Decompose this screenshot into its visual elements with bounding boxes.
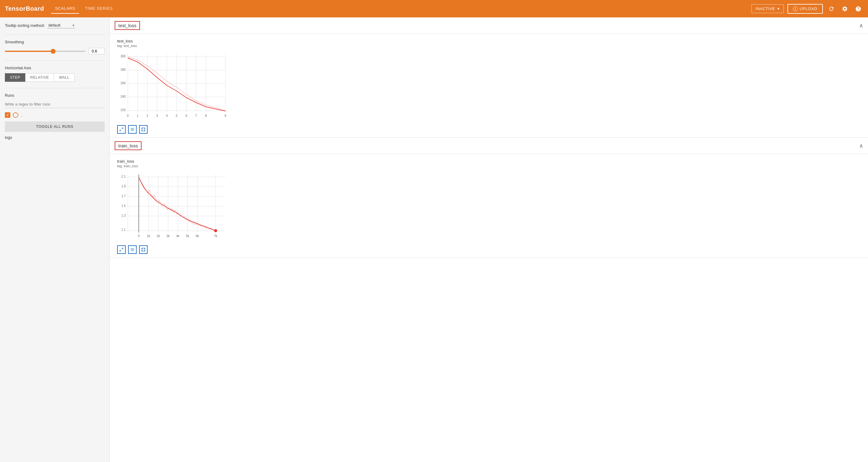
ty-label-19: 1.9 [121,184,126,188]
y-label-260: 260 [121,82,126,85]
tx-label-7k: 7k [214,234,218,238]
tooltip-label: Tooltip sorting method: [5,23,45,28]
axis-buttons: STEP RELATIVE WALL [5,73,104,82]
info-circle-icon: i [793,6,798,11]
runs-filter-input[interactable] [5,101,104,108]
app-header: TensorBoard SCALARS TIME SERIES INACTIVE… [0,0,868,18]
tx-label-4k: 4k [176,234,180,238]
test-loss-title: test_loss [115,21,140,30]
refresh-button[interactable] [827,4,836,14]
svg-rect-10 [131,251,134,251]
test-loss-svg: 300 280 260 240 220 [117,51,233,121]
runs-section: Runs . TOGGLE ALL RUNS logs [5,93,104,140]
train-loss-toolbar [117,244,861,255]
test-loss-toolbar [117,124,861,135]
train-loss-main-line [139,178,216,231]
train-loss-header: train_loss ∧ [110,138,868,154]
ty-label-13: 1.3 [121,214,126,217]
inactive-dropdown[interactable]: INACTIVE ▾ [751,4,783,13]
x-label-7: 7 [195,114,197,117]
train-loss-menu-button[interactable] [128,246,136,254]
nav-time-series[interactable]: TIME SERIES [82,4,117,14]
train-loss-endpoint [214,229,217,232]
main-nav: SCALARS TIME SERIES [51,4,116,14]
tx-label-6k: 6k [196,234,199,238]
smoothing-section: Smoothing [5,40,104,54]
runs-radio[interactable] [13,112,18,118]
smoothing-thumb[interactable] [51,49,56,54]
test-loss-menu-button[interactable] [128,125,136,134]
svg-rect-3 [131,129,134,129]
test-loss-body: test_loss tag: test_loss 300 280 260 240… [110,34,868,137]
train-loss-collapse-button[interactable]: ∧ [859,143,863,149]
train-loss-tag: tag: train_loss [117,164,861,168]
logs-label: logs [5,135,12,140]
x-label-2: 2 [146,114,148,117]
ty-label-11: 1.1 [121,228,126,231]
test-loss-zoom-fit-button[interactable] [139,125,148,134]
train-loss-raw-line [139,177,216,231]
test-loss-chart-area: 300 280 260 240 220 [117,51,233,121]
header-right: INACTIVE ▾ i UPLOAD [751,4,863,14]
svg-rect-4 [131,130,134,131]
upload-label: UPLOAD [800,6,817,11]
x-label-6: 6 [185,114,187,117]
tx-label-1k: 1k [147,234,151,238]
train-loss-zoom-fit-button[interactable] [139,246,148,254]
test-loss-expand-button[interactable] [117,125,126,134]
smoothing-slider-container [5,51,85,52]
horizontal-axis-label: Horizontal Axis [5,66,104,70]
tx-label-3k: 3k [166,234,170,238]
axis-relative-button[interactable]: RELATIVE [25,73,54,82]
main-content: test_loss ∧ test_loss tag: test_loss 300… [110,18,868,462]
app-body: Tooltip sorting method: default descendi… [0,18,868,462]
ty-label-17: 1.7 [121,194,126,198]
test-loss-inner-title: test_loss [117,39,861,43]
x-label-3: 3 [156,114,158,117]
y-label-280: 280 [121,68,126,71]
x-label-9: 9 [224,114,226,117]
train-loss-section: train_loss ∧ train_loss tag: train_loss … [110,138,868,258]
smoothing-row [5,48,104,54]
runs-checkbox[interactable] [5,112,10,118]
y-label-240: 240 [121,95,126,98]
divider-1 [5,34,104,35]
x-label-8: 8 [205,114,207,117]
smoothing-input[interactable] [89,48,104,54]
tooltip-dropdown[interactable]: default descending ascending nearest [47,22,75,28]
train-loss-svg: 2.1 1.9 1.7 1.5 1.3 1.1 [117,172,233,242]
app-logo: TensorBoard [5,5,44,12]
x-label-4: 4 [166,114,168,117]
help-button[interactable] [854,4,863,14]
test-loss-collapse-button[interactable]: ∧ [859,22,863,29]
runs-label: Runs [5,93,104,98]
svg-line-0 [122,128,123,129]
upload-button[interactable]: i UPLOAD [787,4,823,14]
svg-line-7 [120,250,121,251]
test-loss-section: test_loss ∧ test_loss tag: test_loss 300… [110,18,868,138]
axis-step-button[interactable]: STEP [5,73,25,82]
x-label-1: 1 [136,114,138,117]
settings-button[interactable] [840,4,850,14]
y-label-220: 220 [121,108,126,112]
sidebar: Tooltip sorting method: default descendi… [0,18,110,462]
divider-3 [5,88,104,88]
svg-rect-2 [131,128,134,128]
svg-line-1 [120,130,121,131]
smoothing-track [5,51,85,52]
train-loss-body: train_loss tag: train_loss 2.1 1.9 1.7 1… [110,154,868,258]
test-loss-header: test_loss ∧ [110,18,868,34]
svg-line-6 [122,248,123,249]
x-label-0: 0 [127,114,129,117]
svg-rect-9 [131,249,134,250]
tooltip-dropdown-wrapper: default descending ascending nearest [47,22,75,28]
inactive-label: INACTIVE [755,6,775,11]
tx-label-0: 0 [138,234,140,238]
nav-scalars[interactable]: SCALARS [51,4,79,14]
ty-label-21: 2.1 [121,175,126,178]
train-loss-expand-button[interactable] [117,246,126,254]
smoothing-label: Smoothing [5,40,104,44]
axis-wall-button[interactable]: WALL [54,73,74,82]
toggle-all-runs-button[interactable]: TOGGLE ALL RUNS [5,121,104,132]
tx-label-5k: 5k [186,234,190,238]
